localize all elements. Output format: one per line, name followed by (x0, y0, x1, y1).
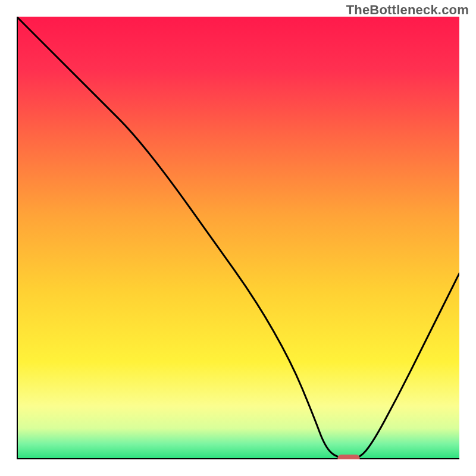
watermark-text: TheBottleneck.com (346, 2, 469, 18)
bottleneck-chart (17, 17, 459, 459)
chart-overlay (17, 17, 459, 459)
bottleneck-curve-line (17, 17, 459, 459)
optimal-marker (337, 455, 359, 459)
